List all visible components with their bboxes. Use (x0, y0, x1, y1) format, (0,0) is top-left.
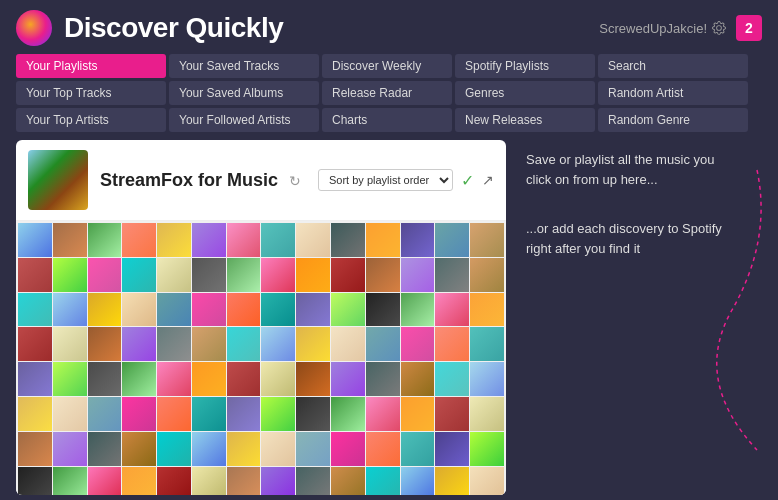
album-thumb[interactable] (401, 327, 435, 361)
nav-your-playlists[interactable]: Your Playlists (16, 54, 166, 78)
album-thumb[interactable] (296, 293, 330, 327)
nav-discover-weekly[interactable]: Discover Weekly (322, 54, 452, 78)
album-thumb[interactable] (261, 223, 295, 257)
nav-random-genre[interactable]: Random Genre (598, 108, 748, 132)
album-thumb[interactable] (261, 293, 295, 327)
album-thumb[interactable] (88, 397, 122, 431)
album-thumb[interactable] (470, 223, 504, 257)
album-thumb[interactable] (261, 467, 295, 495)
nav-your-top-tracks[interactable]: Your Top Tracks (16, 81, 166, 105)
album-thumb[interactable] (296, 223, 330, 257)
album-thumb[interactable] (331, 223, 365, 257)
album-thumb[interactable] (435, 362, 469, 396)
album-thumb[interactable] (227, 293, 261, 327)
album-thumb[interactable] (366, 362, 400, 396)
nav-new-releases[interactable]: New Releases (455, 108, 595, 132)
album-thumb[interactable] (122, 362, 156, 396)
album-thumb[interactable] (261, 258, 295, 292)
album-thumb[interactable] (435, 397, 469, 431)
album-thumb[interactable] (88, 467, 122, 495)
expand-icon[interactable]: ↗ (482, 172, 494, 188)
nav-spotify-playlists[interactable]: Spotify Playlists (455, 54, 595, 78)
album-thumb[interactable] (470, 258, 504, 292)
gear-icon[interactable] (712, 21, 726, 35)
album-thumb[interactable] (296, 362, 330, 396)
album-thumb[interactable] (331, 432, 365, 466)
nav-random-artist[interactable]: Random Artist (598, 81, 748, 105)
album-thumb[interactable] (331, 467, 365, 495)
album-thumb[interactable] (88, 362, 122, 396)
album-thumb[interactable] (401, 223, 435, 257)
album-thumb[interactable] (227, 223, 261, 257)
album-thumb[interactable] (366, 258, 400, 292)
album-thumb[interactable] (18, 467, 52, 495)
album-thumb[interactable] (401, 467, 435, 495)
album-thumb[interactable] (401, 432, 435, 466)
album-thumb[interactable] (53, 432, 87, 466)
album-thumb[interactable] (192, 258, 226, 292)
album-thumb[interactable] (435, 293, 469, 327)
album-thumb[interactable] (18, 432, 52, 466)
nav-genres[interactable]: Genres (455, 81, 595, 105)
album-thumb[interactable] (366, 397, 400, 431)
album-thumb[interactable] (122, 467, 156, 495)
album-thumb[interactable] (227, 432, 261, 466)
album-thumb[interactable] (401, 362, 435, 396)
album-thumb[interactable] (331, 397, 365, 431)
album-thumb[interactable] (331, 258, 365, 292)
album-thumb[interactable] (157, 327, 191, 361)
album-thumb[interactable] (401, 397, 435, 431)
album-thumb[interactable] (366, 432, 400, 466)
nav-your-saved-tracks[interactable]: Your Saved Tracks (169, 54, 319, 78)
album-thumb[interactable] (227, 467, 261, 495)
album-thumb[interactable] (296, 258, 330, 292)
album-thumb[interactable] (18, 293, 52, 327)
album-thumb[interactable] (296, 432, 330, 466)
album-thumb[interactable] (157, 397, 191, 431)
album-thumb[interactable] (470, 293, 504, 327)
album-thumb[interactable] (435, 432, 469, 466)
album-thumb[interactable] (366, 293, 400, 327)
album-thumb[interactable] (53, 467, 87, 495)
album-thumb[interactable] (470, 432, 504, 466)
album-thumb[interactable] (122, 293, 156, 327)
nav-your-saved-albums[interactable]: Your Saved Albums (169, 81, 319, 105)
album-thumb[interactable] (157, 467, 191, 495)
album-thumb[interactable] (261, 397, 295, 431)
album-thumb[interactable] (331, 327, 365, 361)
nav-your-followed-artists[interactable]: Your Followed Artists (169, 108, 319, 132)
album-thumb[interactable] (88, 223, 122, 257)
sort-dropdown[interactable]: Sort by playlist order (318, 169, 453, 191)
album-thumb[interactable] (192, 327, 226, 361)
album-thumb[interactable] (157, 223, 191, 257)
album-thumb[interactable] (331, 293, 365, 327)
album-thumb[interactable] (53, 258, 87, 292)
album-thumb[interactable] (88, 258, 122, 292)
album-thumb[interactable] (192, 467, 226, 495)
album-thumb[interactable] (122, 327, 156, 361)
album-thumb[interactable] (296, 467, 330, 495)
album-thumb[interactable] (53, 327, 87, 361)
album-thumb[interactable] (157, 258, 191, 292)
nav-release-radar[interactable]: Release Radar (322, 81, 452, 105)
notification-badge[interactable]: 2 (736, 15, 762, 41)
album-thumb[interactable] (157, 293, 191, 327)
album-thumb[interactable] (227, 258, 261, 292)
album-thumb[interactable] (18, 397, 52, 431)
album-thumb[interactable] (227, 362, 261, 396)
album-thumb[interactable] (401, 258, 435, 292)
check-icon[interactable]: ✓ (461, 171, 474, 190)
refresh-icon[interactable]: ↻ (289, 173, 301, 189)
album-thumb[interactable] (53, 223, 87, 257)
album-thumb[interactable] (470, 362, 504, 396)
album-thumb[interactable] (470, 397, 504, 431)
album-thumb[interactable] (122, 258, 156, 292)
album-thumb[interactable] (88, 293, 122, 327)
album-thumb[interactable] (435, 258, 469, 292)
album-thumb[interactable] (435, 327, 469, 361)
album-thumb[interactable] (366, 223, 400, 257)
album-thumb[interactable] (331, 362, 365, 396)
album-thumb[interactable] (192, 397, 226, 431)
album-thumb[interactable] (53, 397, 87, 431)
album-thumb[interactable] (261, 327, 295, 361)
